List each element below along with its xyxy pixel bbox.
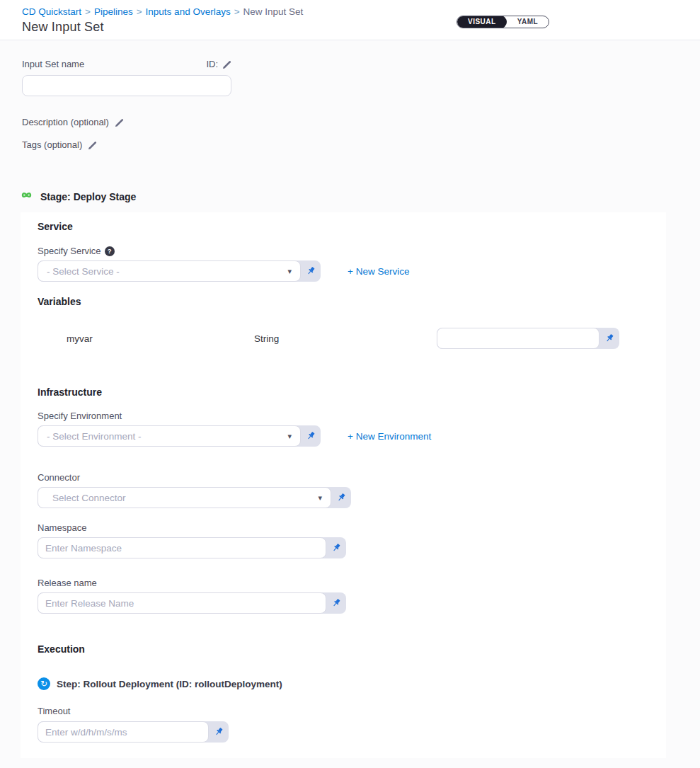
help-icon[interactable]: ?: [105, 246, 115, 256]
page-header: CD Quickstart>Pipelines>Inputs and Overl…: [0, 0, 700, 40]
specify-environment-label: Specify Environment: [38, 411, 122, 422]
pin-runtime-input-icon[interactable]: [301, 260, 321, 282]
stage-label: Stage: Deploy Stage: [40, 191, 136, 202]
pin-runtime-input-icon[interactable]: [209, 721, 229, 743]
pin-runtime-input-icon[interactable]: [301, 425, 321, 447]
environment-select[interactable]: - Select Environment - ▾: [38, 425, 301, 447]
namespace-input-group: [38, 537, 346, 558]
breadcrumb-separator: >: [137, 6, 142, 17]
breadcrumb-separator: >: [85, 6, 91, 17]
description-label: Description (optional): [22, 117, 109, 128]
variable-type: String: [254, 333, 437, 344]
variable-name: myvar: [67, 333, 254, 344]
environment-select-group: - Select Environment - ▾: [38, 425, 321, 447]
tab-visual[interactable]: VISUAL: [457, 16, 507, 28]
page-title: New Input Set: [22, 20, 700, 35]
new-environment-link[interactable]: + New Environment: [348, 431, 431, 442]
cd-stage-icon: [19, 190, 34, 203]
breadcrumb-separator: >: [234, 6, 240, 17]
visual-yaml-toggle: VISUAL YAML: [457, 16, 549, 28]
connector-select[interactable]: Select Connector ▾: [38, 487, 331, 508]
step-label: Step: Rollout Deployment (ID: rolloutDep…: [57, 679, 282, 689]
service-select-group: - Select Service - ▾: [38, 260, 321, 282]
namespace-field[interactable]: [38, 537, 326, 558]
service-select[interactable]: - Select Service - ▾: [38, 260, 301, 282]
variables-heading: Variables: [38, 296, 649, 307]
timeout-label: Timeout: [38, 706, 70, 717]
timeout-input-group: [38, 721, 229, 743]
edit-id-icon[interactable]: [222, 60, 231, 69]
connector-label: Connector: [38, 472, 80, 483]
variable-value-field[interactable]: [437, 328, 599, 349]
chevron-down-icon: ▾: [287, 267, 292, 276]
variable-row: myvar String: [38, 328, 649, 349]
step-header: ↻ Step: Rollout Deployment (ID: rolloutD…: [38, 677, 649, 690]
edit-tags-icon[interactable]: [88, 141, 97, 150]
specify-service-label: Specify Service ?: [38, 246, 115, 257]
execution-heading: Execution: [38, 643, 649, 655]
variable-value-group: [437, 328, 619, 349]
infrastructure-heading: Infrastructure: [38, 386, 649, 398]
connector-select-group: Select Connector ▾: [38, 487, 351, 508]
release-name-input-group: [38, 592, 346, 614]
rollout-step-icon: ↻: [38, 677, 50, 690]
pin-runtime-input-icon[interactable]: [331, 487, 351, 508]
input-set-meta-form: Input Set name ID: Description (optional…: [0, 40, 700, 151]
main-content: Input Set name ID: Description (optional…: [0, 40, 700, 758]
timeout-field[interactable]: [38, 721, 209, 743]
chevron-down-icon: ▾: [287, 432, 292, 441]
edit-description-icon[interactable]: [115, 118, 124, 127]
breadcrumb-link-pipelines[interactable]: Pipelines: [94, 6, 133, 17]
release-name-label: Release name: [38, 578, 97, 589]
stage-header: Stage: Deploy Stage: [19, 190, 700, 203]
id-label: ID:: [206, 59, 218, 70]
input-set-name-field[interactable]: [22, 75, 231, 96]
namespace-label: Namespace: [38, 522, 86, 534]
pin-runtime-input-icon[interactable]: [326, 537, 346, 558]
breadcrumb: CD Quickstart>Pipelines>Inputs and Overl…: [22, 6, 700, 18]
tags-label: Tags (optional): [22, 139, 82, 151]
pin-runtime-input-icon[interactable]: [326, 592, 346, 614]
new-service-link[interactable]: + New Service: [348, 266, 409, 277]
breadcrumb-link-inputsets[interactable]: Inputs and Overlays: [146, 6, 231, 17]
input-set-name-label: Input Set name: [22, 59, 84, 70]
tab-yaml[interactable]: YAML: [507, 16, 549, 28]
breadcrumb-current: New Input Set: [243, 6, 304, 17]
stage-inputs-card: Service Specify Service ? - Select Servi…: [21, 212, 666, 758]
chevron-down-icon: ▾: [318, 493, 322, 503]
service-heading: Service: [38, 221, 649, 232]
release-name-field[interactable]: [38, 592, 326, 614]
pin-runtime-input-icon[interactable]: [599, 328, 619, 349]
breadcrumb-link-project[interactable]: CD Quickstart: [22, 6, 81, 17]
